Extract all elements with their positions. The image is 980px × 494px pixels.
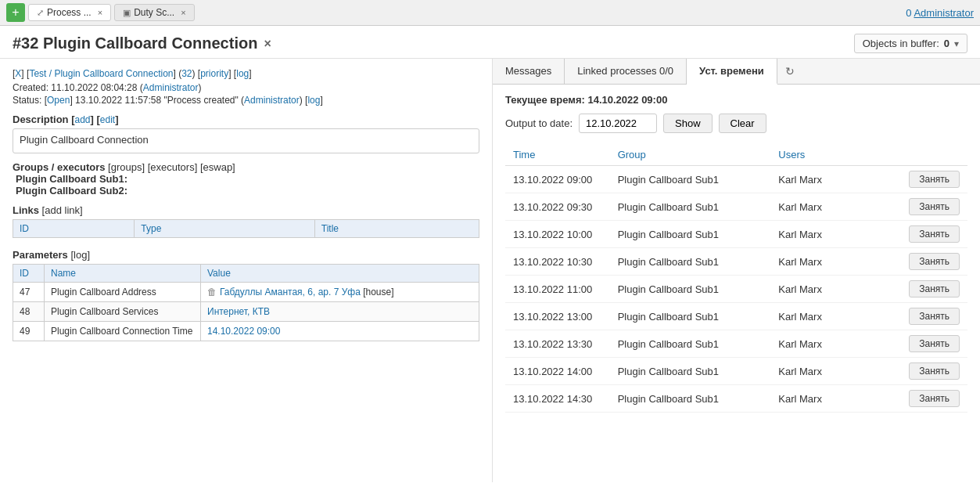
log-link-1[interactable]: log (236, 68, 249, 79)
chevron-down-icon[interactable]: ▾ (954, 38, 959, 49)
refresh-button[interactable]: ↻ (777, 59, 802, 84)
schedule-row: 13.10.2022 11:00Plugin Callboard Sub1Kar… (505, 276, 967, 303)
sched-cell-action: Занять (899, 221, 967, 248)
right-content: Текущее время: 14.10.2022 09:00 Output t… (493, 85, 980, 482)
schedule-row: 13.10.2022 10:30Plugin Callboard Sub1Kar… (505, 248, 967, 276)
sched-cell-group: Plugin Callboard Sub1 (610, 193, 771, 221)
output-date-row: Output to date: Show Clear (505, 114, 967, 133)
sched-cell-time: 13.10.2022 13:30 (505, 330, 610, 358)
sched-cell-group: Plugin Callboard Sub1 (610, 166, 771, 193)
take-button[interactable]: Занять (909, 253, 960, 270)
sched-cell-users: Karl Marx (770, 221, 899, 248)
sched-col-users: Users (770, 144, 899, 166)
params-log-link[interactable]: log (74, 249, 87, 261)
priority-link[interactable]: priority (200, 68, 228, 79)
param-delete-icon[interactable]: 🗑 (207, 287, 217, 297)
links-col-id: ID (13, 220, 135, 238)
schedule-row: 13.10.2022 13:00Plugin Callboard Sub1Kar… (505, 303, 967, 330)
param-id: 48 (13, 302, 45, 322)
created-admin-link[interactable]: Administrator (143, 82, 199, 93)
desc-add-link[interactable]: add (74, 114, 90, 125)
param-value-link[interactable]: 14.10.2022 09:00 (207, 326, 280, 337)
clear-button[interactable]: Clear (719, 114, 766, 133)
group-item-2: Plugin Callboard Sub2: (16, 185, 479, 197)
right-tabs: Messages Linked processes 0/0 Уст. време… (493, 59, 980, 85)
take-button[interactable]: Занять (909, 308, 960, 325)
tab-duty-icon: ▣ (123, 8, 131, 18)
params-row: 48Plugin Callboard ServicesИнтернет, КТВ (13, 302, 479, 322)
sched-cell-time: 13.10.2022 10:00 (505, 221, 610, 248)
eswap-link[interactable]: eswap (203, 161, 233, 173)
status-open-link[interactable]: Open (47, 95, 70, 106)
param-value-link[interactable]: Габдуллы Амантая, 6, ар. 7 Уфа (220, 287, 361, 297)
sched-cell-users: Karl Marx (770, 276, 899, 303)
params-col-name: Name (45, 265, 201, 283)
page-close-icon[interactable]: × (264, 37, 271, 51)
sched-cell-time: 13.10.2022 10:30 (505, 248, 610, 276)
current-time-label: Текущее время: (505, 94, 585, 106)
tab-process-close[interactable]: × (98, 8, 102, 17)
admin-link[interactable]: Administrator (914, 7, 974, 19)
add-link-link[interactable]: add link (45, 204, 80, 216)
schedule-row: 13.10.2022 14:30Plugin Callboard Sub1Kar… (505, 385, 967, 413)
path-link[interactable]: Test / Plugin Callboard Connection (29, 68, 173, 79)
param-name: Plugin Callboard Services (45, 302, 201, 322)
take-button[interactable]: Занять (909, 390, 960, 407)
groups-link[interactable]: groups (111, 161, 142, 173)
sched-cell-group: Plugin Callboard Sub1 (610, 276, 771, 303)
tab-process[interactable]: ⤢ Process ... × (28, 4, 111, 21)
sched-cell-action: Занять (899, 193, 967, 221)
tab-duty-label: Duty Sc... (134, 7, 174, 18)
param-name: Plugin Callboard Connection Time (45, 322, 201, 341)
sched-col-action (899, 144, 967, 166)
id-link[interactable]: 32 (181, 68, 192, 79)
take-button[interactable]: Занять (909, 225, 960, 243)
sched-cell-time: 13.10.2022 09:30 (505, 193, 610, 221)
schedule-row: 13.10.2022 09:00Plugin Callboard Sub1Kar… (505, 166, 967, 193)
sched-cell-action: Занять (899, 248, 967, 276)
sched-cell-time: 13.10.2022 11:00 (505, 276, 610, 303)
param-id: 47 (13, 283, 45, 302)
sched-cell-group: Plugin Callboard Sub1 (610, 385, 771, 413)
tab-messages[interactable]: Messages (493, 59, 565, 84)
sched-cell-group: Plugin Callboard Sub1 (610, 330, 771, 358)
tab-bar-left: + ⤢ Process ... × ▣ Duty Sc... × (6, 3, 195, 22)
sched-cell-users: Karl Marx (770, 303, 899, 330)
sched-cell-users: Karl Marx (770, 330, 899, 358)
links-col-type: Type (135, 220, 314, 238)
take-button[interactable]: Занять (909, 280, 960, 297)
tab-linked-processes[interactable]: Linked processes 0/0 (565, 59, 687, 84)
take-button[interactable]: Занять (909, 171, 960, 188)
sched-cell-action: Занять (899, 330, 967, 358)
param-value: 🗑Габдуллы Амантая, 6, ар. 7 Уфа [house] (201, 283, 479, 302)
params-row: 47Plugin Callboard Address🗑Габдуллы Аман… (13, 283, 479, 302)
param-value-link[interactable]: Интернет, КТВ (207, 306, 270, 317)
sched-cell-time: 13.10.2022 13:00 (505, 303, 610, 330)
desc-edit-link[interactable]: edit (100, 114, 115, 125)
status-log-link[interactable]: log (307, 95, 320, 106)
sched-cell-users: Karl Marx (770, 385, 899, 413)
take-button[interactable]: Занять (909, 335, 960, 352)
add-tab-button[interactable]: + (6, 3, 25, 22)
take-button[interactable]: Занять (909, 362, 960, 380)
page-title: #32 Plugin Callboard Connection × (13, 34, 271, 52)
tab-duty[interactable]: ▣ Duty Sc... × (114, 4, 194, 21)
sched-cell-users: Karl Marx (770, 193, 899, 221)
schedule-row: 13.10.2022 13:30Plugin Callboard Sub1Kar… (505, 330, 967, 358)
status-admin-link[interactable]: Administrator (244, 95, 300, 106)
output-date-input[interactable] (579, 114, 657, 133)
links-label: Links (13, 204, 39, 216)
schedule-row: 13.10.2022 14:00Plugin Callboard Sub1Kar… (505, 358, 967, 385)
show-button[interactable]: Show (663, 114, 713, 133)
main-layout: [X] [Test / Plugin Callboard Connection]… (0, 59, 980, 482)
executors-link[interactable]: executors (150, 161, 194, 173)
tab-process-label: Process ... (47, 7, 92, 18)
take-button[interactable]: Занять (909, 198, 960, 215)
groups-label: Groups / executors (13, 161, 105, 173)
x-link[interactable]: X (15, 68, 21, 79)
sched-cell-users: Karl Marx (770, 248, 899, 276)
status-label: Status: (13, 95, 41, 106)
tab-duty-close[interactable]: × (181, 8, 185, 17)
tab-schedule[interactable]: Уст. времени (687, 59, 777, 85)
left-panel: [X] [Test / Plugin Callboard Connection]… (0, 59, 493, 482)
